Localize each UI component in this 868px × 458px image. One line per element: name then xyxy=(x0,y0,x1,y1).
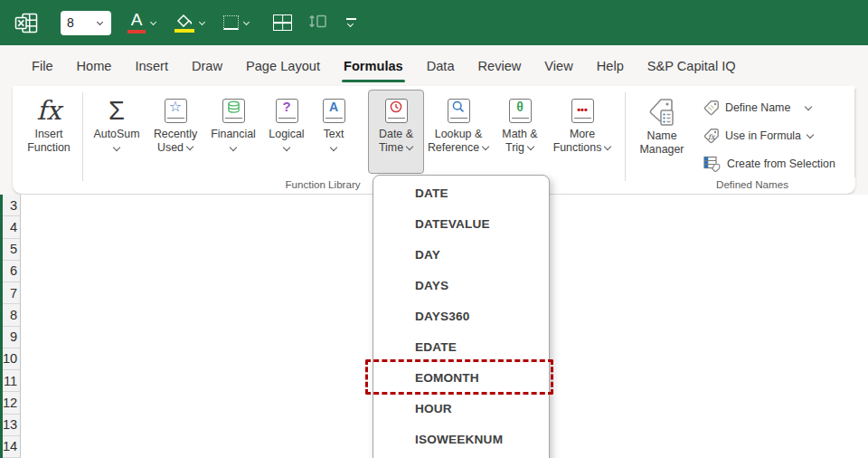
row-header[interactable]: 10 xyxy=(3,348,21,370)
math-trig-icon: θ xyxy=(509,99,532,123)
insert-function-button[interactable]: fx Insert Function xyxy=(20,90,78,174)
menu-item-days[interactable]: DAYS xyxy=(373,270,549,301)
ribbon-tab-bar: File Home Insert Draw Page Layout Formul… xyxy=(0,45,868,86)
fill-color-icon xyxy=(175,14,194,33)
recently-used-icon: ☆ xyxy=(165,99,187,123)
lookup-reference-button[interactable]: Lookup & Reference xyxy=(424,90,493,174)
all-borders-icon[interactable] xyxy=(273,14,292,31)
row-header[interactable]: 13 xyxy=(3,415,21,436)
create-from-selection-icon xyxy=(703,156,722,172)
date-time-dropdown-menu: DATE DATEVALUE DAY DAYS DAYS360 EDATE EO… xyxy=(373,175,550,458)
row-header[interactable]: 7 xyxy=(3,282,21,304)
chevron-down-icon xyxy=(186,144,193,150)
chevron-down-icon[interactable] xyxy=(150,20,158,26)
use-in-formula-icon: fx xyxy=(703,128,720,144)
chevron-down-icon[interactable] xyxy=(243,20,251,26)
fill-color-button[interactable] xyxy=(167,14,207,33)
recently-used-button[interactable]: ☆ Recently Used xyxy=(146,90,205,174)
font-size-value: 8 xyxy=(67,15,74,30)
tab-review[interactable]: Review xyxy=(467,45,533,86)
group-separator xyxy=(625,92,626,181)
row-header[interactable]: 11 xyxy=(3,370,21,392)
use-in-formula-button[interactable]: fx Use in Formula xyxy=(700,121,839,149)
menu-item-hour[interactable]: HOUR xyxy=(373,393,549,424)
menu-item-datevalue[interactable]: DATEVALUE xyxy=(373,208,549,239)
logical-icon: ? xyxy=(276,99,298,123)
tab-page-layout[interactable]: Page Layout xyxy=(234,45,332,86)
tab-data[interactable]: Data xyxy=(415,45,467,86)
tab-view[interactable]: View xyxy=(533,45,584,86)
chevron-down-icon xyxy=(807,132,815,138)
tab-sp-capital-iq[interactable]: S&P Capital IQ xyxy=(636,45,748,86)
menu-item-isoweeknum[interactable]: ISOWEEKNUM xyxy=(373,424,549,454)
font-size-combobox[interactable]: 8 xyxy=(61,11,111,35)
chevron-down-icon xyxy=(604,144,611,150)
more-functions-button[interactable]: ••• More Functions xyxy=(547,90,618,174)
menu-item-day[interactable]: DAY xyxy=(373,239,549,270)
tab-insert[interactable]: Insert xyxy=(123,45,180,86)
menu-item-edate[interactable]: EDATE xyxy=(373,331,549,362)
chevron-down-icon xyxy=(527,144,534,150)
financial-button[interactable]: Financial xyxy=(205,90,261,174)
defined-names-small-buttons: Define Name fx Use in Formula xyxy=(700,90,839,177)
create-from-selection-button[interactable]: Create from Selection xyxy=(700,149,839,177)
row-header[interactable]: 5 xyxy=(3,239,21,261)
font-color-button[interactable]: A xyxy=(126,12,158,33)
borders-icon xyxy=(223,15,239,30)
name-manager-button[interactable]: Name Manager xyxy=(633,90,691,174)
row-header[interactable]: 6 xyxy=(3,261,21,282)
group-label-defined-names: Defined Names xyxy=(693,178,811,190)
financial-icon xyxy=(222,99,245,123)
chevron-down-icon xyxy=(482,144,489,150)
row-header-column: 3 4 5 6 7 8 9 10 11 12 13 14 xyxy=(0,195,21,458)
chevron-down-icon xyxy=(113,145,120,151)
group-label-function-library: Function Library xyxy=(264,178,382,190)
text-button[interactable]: A Text xyxy=(312,90,355,174)
row-height-icon[interactable] xyxy=(308,14,328,33)
menu-item-date[interactable]: DATE xyxy=(373,177,549,208)
titlebar: 8 A xyxy=(0,0,868,45)
logical-button[interactable]: ? Logical xyxy=(261,90,312,174)
group-separator xyxy=(854,89,855,177)
more-functions-icon: ••• xyxy=(571,99,594,123)
define-name-button[interactable]: Define Name xyxy=(700,93,839,121)
date-time-icon xyxy=(385,99,408,123)
row-header[interactable]: 9 xyxy=(3,327,21,348)
chevron-down-icon xyxy=(805,104,813,110)
tab-home[interactable]: Home xyxy=(65,45,124,86)
menu-item-days360[interactable]: DAYS360 xyxy=(373,301,549,331)
date-time-button[interactable]: Date & Time xyxy=(368,90,424,174)
chevron-down-icon xyxy=(230,145,237,151)
text-icon: A xyxy=(323,99,345,123)
lookup-reference-icon xyxy=(448,99,470,123)
name-manager-icon xyxy=(647,97,676,128)
borders-button[interactable] xyxy=(216,15,251,30)
chevron-down-icon xyxy=(406,144,413,150)
row-header[interactable]: 8 xyxy=(3,304,21,326)
chevron-down-icon xyxy=(97,20,105,26)
sigma-icon: Σ xyxy=(108,97,125,124)
font-color-icon: A xyxy=(127,12,146,33)
excel-logo-icon xyxy=(14,12,39,34)
row-header[interactable]: 3 xyxy=(3,195,21,216)
tab-help[interactable]: Help xyxy=(585,45,636,86)
chevron-down-icon[interactable] xyxy=(199,20,207,26)
row-header[interactable]: 14 xyxy=(3,436,21,458)
tab-draw[interactable]: Draw xyxy=(180,45,234,86)
row-header[interactable]: 4 xyxy=(3,216,21,238)
fx-icon: fx xyxy=(36,97,61,124)
autosum-button[interactable]: Σ AutoSum xyxy=(88,90,146,174)
group-separator xyxy=(82,92,83,181)
chevron-down-icon xyxy=(283,145,290,151)
row-header[interactable]: 12 xyxy=(3,392,21,414)
define-name-icon xyxy=(703,100,720,116)
math-trig-button[interactable]: θ Math & Trig xyxy=(493,90,547,174)
tab-file[interactable]: File xyxy=(20,45,65,86)
menu-item-eomonth[interactable]: EOMONTH xyxy=(373,362,549,393)
customize-toolbar-icon[interactable] xyxy=(346,18,356,28)
tab-formulas[interactable]: Formulas xyxy=(332,45,415,86)
chevron-down-icon xyxy=(330,145,337,151)
